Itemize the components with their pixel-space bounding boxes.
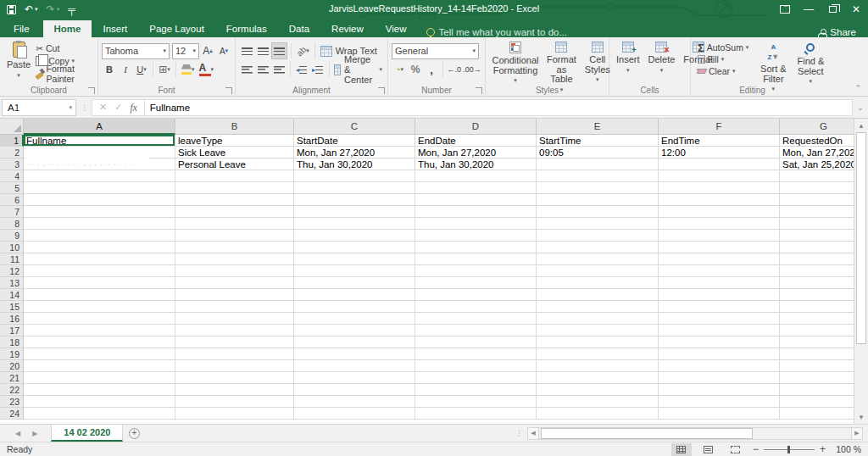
row-header-16[interactable]: 16 [0, 313, 24, 325]
decrease-indent-button[interactable]: ◂ [294, 61, 309, 78]
cell-G6[interactable] [780, 194, 854, 206]
cell-E16[interactable] [537, 313, 659, 325]
orientation-button[interactable]: ab▾ [295, 42, 311, 59]
accounting-format-button[interactable]: ◔▾ [392, 61, 407, 78]
font-name-combo[interactable]: Tahoma▾ [102, 43, 170, 59]
restore-icon[interactable] [821, 0, 844, 19]
cell-F6[interactable] [659, 194, 780, 206]
cell-C23[interactable] [294, 396, 415, 408]
row-header-6[interactable]: 6 [0, 194, 24, 206]
cell-D4[interactable] [415, 170, 537, 182]
cell-F3[interactable] [659, 158, 780, 170]
cell-G8[interactable] [780, 218, 854, 230]
cancel-formula-icon[interactable]: ✕ [99, 102, 107, 113]
cell-E14[interactable] [537, 289, 659, 301]
cell-A8[interactable] [24, 218, 175, 230]
row-header-9[interactable]: 9 [0, 230, 24, 242]
cell-D7[interactable] [415, 206, 537, 218]
cell-D8[interactable] [415, 218, 537, 230]
row-header-4[interactable]: 4 [0, 170, 24, 182]
cell-B18[interactable] [175, 336, 294, 348]
cell-C10[interactable] [294, 242, 415, 253]
cell-D20[interactable] [415, 360, 537, 372]
cell-F17[interactable] [659, 325, 780, 336]
zoom-slider-thumb[interactable] [787, 446, 790, 453]
font-size-combo[interactable]: 12▾ [172, 43, 199, 59]
cell-E23[interactable] [537, 396, 659, 408]
row-header-12[interactable]: 12 [0, 265, 24, 277]
cell-F12[interactable] [659, 265, 780, 277]
find-select-button[interactable]: Find & Select▾ [793, 40, 828, 88]
cell-A7[interactable] [24, 206, 175, 218]
column-header-G[interactable]: G [780, 119, 854, 135]
cell-C4[interactable] [294, 170, 415, 182]
cell-B24[interactable] [175, 408, 294, 420]
cell-F7[interactable] [659, 206, 780, 218]
cell-A11[interactable] [24, 253, 175, 265]
cut-button[interactable]: ✂ Cut [34, 42, 94, 54]
cell-D14[interactable] [415, 289, 537, 301]
vertical-scroll-thumb[interactable] [856, 132, 866, 344]
cell-B10[interactable] [175, 242, 294, 253]
cell-G16[interactable] [780, 313, 854, 325]
next-sheet-icon[interactable]: ▶ [32, 430, 37, 437]
cell-G2[interactable]: Mon, Jan 27,2020 [780, 147, 854, 158]
cell-D13[interactable] [415, 277, 537, 289]
cell-C11[interactable] [294, 253, 415, 265]
cell-G10[interactable] [780, 242, 854, 253]
cell-G14[interactable] [780, 289, 854, 301]
cell-A16[interactable] [24, 313, 175, 325]
cell-D16[interactable] [415, 313, 537, 325]
conditional-formatting-button[interactable]: Conditional Formatting▾ [489, 40, 542, 87]
shrink-font-button[interactable]: A▾ [216, 42, 231, 59]
paste-button[interactable]: Paste ▾ [3, 40, 34, 81]
cell-F9[interactable] [659, 230, 780, 242]
cell-G24[interactable] [780, 408, 854, 420]
cell-E9[interactable] [537, 230, 659, 242]
share-button[interactable]: Share [818, 27, 868, 37]
column-header-F[interactable]: F [659, 119, 780, 135]
cell-C20[interactable] [294, 360, 415, 372]
delete-cells-button[interactable]: ✕ Delete▾ [645, 40, 679, 76]
tab-view[interactable]: View [375, 20, 418, 37]
cell-F24[interactable] [659, 408, 780, 420]
cell-G19[interactable] [780, 348, 854, 360]
cell-E1[interactable]: StartTime [537, 135, 659, 147]
cell-A13[interactable] [24, 277, 175, 289]
cell-C17[interactable] [294, 325, 415, 336]
cell-G18[interactable] [780, 336, 854, 348]
cell-G21[interactable] [780, 372, 854, 384]
cell-E19[interactable] [537, 348, 659, 360]
italic-button[interactable]: I [118, 61, 133, 78]
grow-font-button[interactable]: A▴ [200, 42, 215, 59]
cell-C21[interactable] [294, 372, 415, 384]
cell-B4[interactable] [175, 170, 294, 182]
merge-center-button[interactable]: Merge & Center ▾ [332, 61, 384, 78]
cell-B3[interactable]: Personal Leave [175, 158, 294, 170]
undo-icon[interactable]: ↶▾ [25, 3, 38, 15]
enter-formula-icon[interactable]: ✓ [114, 102, 122, 113]
cell-B19[interactable] [175, 348, 294, 360]
cell-A22[interactable] [24, 384, 175, 396]
cell-G12[interactable] [780, 265, 854, 277]
bottom-align-button[interactable] [271, 42, 287, 59]
cell-E10[interactable] [537, 242, 659, 253]
tab-insert[interactable]: Insert [92, 20, 138, 37]
align-left-button[interactable] [239, 61, 254, 78]
cell-A20[interactable] [24, 360, 175, 372]
cell-E12[interactable] [537, 265, 659, 277]
page-break-view-button[interactable] [726, 443, 746, 456]
minimize-icon[interactable]: — [797, 0, 821, 19]
cell-C12[interactable] [294, 265, 415, 277]
cell-A5[interactable] [24, 182, 175, 194]
cell-E7[interactable] [537, 206, 659, 218]
row-header-1[interactable]: 1 [0, 135, 24, 147]
cell-A18[interactable] [24, 336, 175, 348]
cell-B14[interactable] [175, 289, 294, 301]
cell-F10[interactable] [659, 242, 780, 253]
cell-B16[interactable] [175, 313, 294, 325]
cell-C9[interactable] [294, 230, 415, 242]
cell-A14[interactable] [24, 289, 175, 301]
ribbon-display-options-icon[interactable] [773, 0, 797, 19]
cell-E8[interactable] [537, 218, 659, 230]
